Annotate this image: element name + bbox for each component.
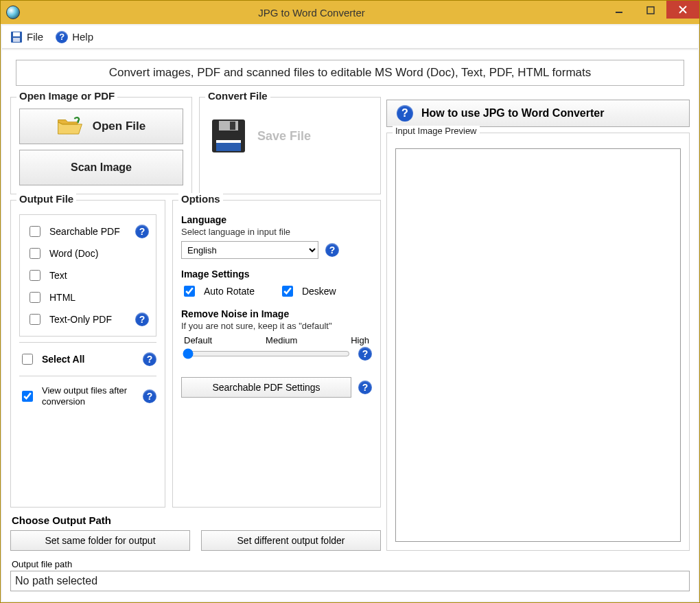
preview-canvas (395, 148, 681, 542)
titlebar: JPG to Word Converter (1, 1, 699, 24)
language-title: Language (181, 214, 372, 225)
help-icon[interactable]: ? (358, 347, 372, 361)
output-searchable-pdf: Searchable PDF ? (27, 220, 149, 242)
save-icon (10, 31, 23, 43)
noise-label-default: Default (184, 335, 212, 345)
output-word: Word (Doc) (27, 242, 149, 264)
select-all-label: Select All (42, 354, 136, 365)
output-item-label: Word (Doc) (49, 248, 98, 259)
app-logo-icon (6, 5, 20, 19)
preview-group: Input Image Preview (386, 133, 690, 551)
deskew-row: Deskew (279, 282, 336, 300)
client-area: Convert images, PDF and scanned files to… (2, 50, 698, 601)
open-file-label: Open File (93, 120, 145, 133)
different-folder-button[interactable]: Set different output folder (201, 530, 381, 551)
open-image-group: Open Image or PDF Open File Scan Im (10, 97, 192, 194)
auto-rotate-label: Auto Rotate (204, 286, 255, 297)
deskew-label: Deskew (302, 286, 336, 297)
output-item-label: Text (49, 270, 67, 281)
menu-help-label: Help (72, 31, 93, 43)
noise-slider[interactable] (183, 348, 350, 359)
window: JPG to Word Converter File ? Help (0, 0, 700, 603)
howto-label: How to use JPG to Word Converter (421, 107, 604, 120)
options-group: Options Language Select language in inpu… (172, 200, 381, 508)
convert-file-group: Convert File Save File (199, 97, 381, 194)
convert-file-title: Convert File (205, 90, 270, 102)
output-path-group: Output file path (10, 559, 690, 591)
output-textonly-pdf: Text-Only PDF ? (27, 308, 149, 330)
maximize-icon (646, 6, 655, 14)
select-all-checkbox[interactable] (22, 354, 33, 365)
minimize-icon (615, 6, 623, 14)
output-html: HTML (27, 286, 149, 308)
menu-file[interactable]: File (10, 31, 43, 43)
scan-image-label: Scan Image (71, 161, 132, 174)
different-folder-label: Set different output folder (237, 535, 345, 546)
noise-label-medium: Medium (266, 335, 297, 345)
menu-help[interactable]: ? Help (56, 31, 93, 43)
noise-label-high: High (351, 335, 369, 345)
output-path-label: Output file path (12, 559, 690, 569)
image-settings-title: Image Settings (181, 269, 372, 280)
select-all-row: Select All ? (19, 348, 156, 370)
help-icon[interactable]: ? (143, 352, 156, 366)
close-button[interactable] (666, 1, 699, 19)
output-item-label: Text-Only PDF (49, 314, 128, 325)
folder-open-icon (57, 116, 83, 137)
auto-rotate-row: Auto Rotate (181, 282, 255, 300)
language-select[interactable]: English (181, 241, 318, 259)
save-file-label: Save File (257, 129, 311, 144)
help-icon[interactable]: ? (358, 380, 372, 394)
scan-image-button[interactable]: Scan Image (19, 150, 183, 185)
description-banner: Convert images, PDF and scanned files to… (16, 60, 684, 86)
noise-title: Remove Noise in Image (181, 308, 372, 319)
preview-title: Input Image Preview (393, 126, 480, 136)
auto-rotate-checkbox[interactable] (184, 286, 195, 297)
output-item-label: Searchable PDF (49, 226, 128, 237)
output-file-title: Output File (16, 193, 76, 205)
maximize-button[interactable] (635, 1, 666, 20)
choose-path-title: Choose Output Path (12, 514, 381, 526)
howto-button[interactable]: ? How to use JPG to Word Converter (386, 100, 690, 127)
output-html-checkbox[interactable] (30, 292, 40, 303)
open-image-title: Open Image or PDF (16, 90, 117, 102)
view-after-checkbox[interactable] (22, 391, 33, 402)
choose-output-path-group: Choose Output Path Set same folder for o… (10, 513, 381, 551)
help-icon[interactable]: ? (135, 312, 149, 326)
deskew-checkbox[interactable] (282, 286, 293, 297)
pdf-settings-button[interactable]: Searchable PDF Settings (181, 377, 351, 398)
help-icon[interactable]: ? (325, 243, 339, 257)
view-after-row: View output files after conversion ? (19, 382, 156, 410)
svg-rect-10 (230, 122, 235, 130)
output-word-checkbox[interactable] (30, 248, 40, 259)
svg-rect-1 (647, 7, 654, 14)
window-controls (603, 1, 699, 24)
svg-rect-6 (13, 38, 20, 42)
same-folder-label: Set same folder for output (45, 535, 155, 546)
noise-note: If you are not sure, keep it as "default… (181, 321, 372, 331)
minimize-button[interactable] (603, 1, 635, 20)
close-icon (679, 5, 687, 14)
window-title: JPG to Word Converter (20, 7, 603, 19)
view-after-label: View output files after conversion (42, 385, 136, 407)
language-note: Select language in input file (181, 227, 372, 237)
svg-rect-11 (216, 141, 241, 151)
output-text-checkbox[interactable] (30, 270, 40, 281)
help-icon[interactable]: ? (143, 389, 156, 403)
floppy-disk-icon (211, 118, 246, 154)
output-file-group: Output File Searchable PDF ? Word (Doc) (10, 200, 165, 508)
output-textonly-pdf-checkbox[interactable] (30, 314, 40, 325)
output-item-label: HTML (49, 292, 75, 303)
output-searchable-pdf-checkbox[interactable] (30, 226, 40, 237)
output-text: Text (27, 264, 149, 286)
svg-rect-5 (13, 32, 20, 36)
options-title: Options (178, 193, 223, 205)
help-icon[interactable]: ? (135, 225, 149, 238)
open-file-button[interactable]: Open File (19, 109, 183, 144)
output-format-list: Searchable PDF ? Word (Doc) Text (19, 214, 156, 337)
help-icon: ? (56, 31, 68, 43)
save-file-button[interactable]: Save File (208, 109, 372, 157)
output-path-field[interactable] (10, 571, 690, 591)
menu-file-label: File (27, 31, 43, 43)
same-folder-button[interactable]: Set same folder for output (10, 530, 190, 551)
